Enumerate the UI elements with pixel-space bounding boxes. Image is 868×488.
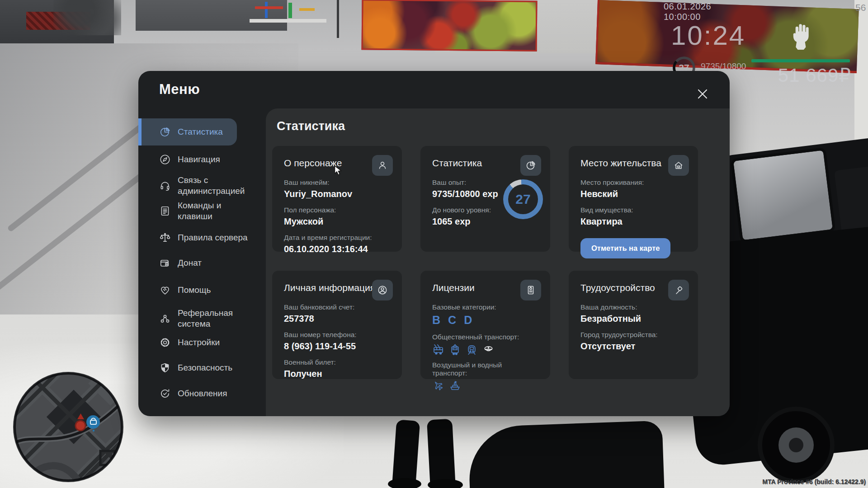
car-windshield — [730, 147, 835, 243]
field-value: Квартира — [580, 216, 686, 227]
field-label: Место проживания: — [580, 178, 686, 187]
card-employment: Трудоустройство Ваша должность: Безработ… — [569, 271, 698, 379]
compass-icon — [159, 154, 171, 165]
car-front — [467, 421, 665, 488]
person-icon — [377, 160, 388, 171]
sidebar-item-commands[interactable]: Команды и клавиши — [138, 200, 250, 222]
menu-title: Меню — [159, 81, 200, 98]
badge — [372, 155, 393, 176]
hud-green-bar — [751, 59, 850, 62]
gear-icon — [159, 337, 171, 348]
mark-on-map-button[interactable]: Отметить на карте — [580, 238, 670, 258]
sidebar-item-settings[interactable]: Настройки — [138, 336, 250, 349]
raised-fist-icon — [790, 21, 811, 52]
badge — [372, 280, 393, 300]
card-about-character: О персонаже Ваш никнейм: Yuriy_Romanov П… — [272, 146, 402, 252]
background-tree — [53, 0, 121, 35]
category-b: B — [432, 314, 440, 327]
headset-icon — [159, 180, 171, 192]
sidebar-item-statistics[interactable]: Статистика — [138, 118, 237, 145]
sidebar-item-label: Правила сервера — [178, 232, 249, 243]
commands-icon — [159, 205, 171, 217]
field-label: Ваш никнейм: — [284, 178, 390, 187]
sidebar-item-referral[interactable]: Реферальная система — [138, 307, 250, 330]
hud-fps: 56 — [855, 2, 866, 13]
sidebar-item-donate[interactable]: Донат — [138, 257, 250, 269]
sidebar-item-label: Связь с администрацией — [178, 175, 249, 197]
card-statistics: Статистика Ваш опыт: 9735/10800 exp До н… — [420, 146, 550, 252]
referral-icon — [159, 313, 171, 324]
sidebar-item-label: Донат — [178, 258, 249, 268]
background-pole — [337, 0, 339, 38]
field-label: Вид имущества: — [580, 206, 686, 214]
field-value: 8 (963) 119-14-55 — [284, 341, 390, 352]
server-watermark: MTA Province #6 (build: 6.12422.9) — [762, 478, 866, 485]
wallet-icon — [159, 257, 171, 269]
captain-cap-icon — [482, 343, 495, 356]
license-card-icon — [525, 285, 536, 296]
field-value: Мужской — [284, 216, 390, 227]
sidebar-item-label: Обновления — [178, 388, 249, 399]
sidebar-item-label: Статистика — [178, 127, 237, 137]
update-icon — [159, 388, 171, 399]
hud-money: 51 669₽ — [745, 64, 851, 86]
level-value: 27 — [503, 179, 543, 219]
sidebar-item-label: Навигация — [178, 154, 249, 165]
plane-icon — [432, 380, 444, 392]
sidebar-item-label: Реферальная система — [178, 308, 249, 329]
scales-icon — [159, 232, 171, 244]
hud-datetime: 06.01.2026 10:00:00 — [664, 1, 750, 22]
badge — [668, 280, 689, 300]
field-value: 06.10.2020 13:16:44 — [284, 244, 390, 254]
background-playground — [250, 0, 326, 23]
fruit-billboard-left — [362, 0, 538, 52]
field-value: Получен — [284, 369, 390, 379]
heart-hands-icon — [159, 284, 171, 296]
sidebar-item-label: Помощь — [178, 285, 249, 296]
categories-label: Базовые категории: — [432, 303, 538, 311]
hud-exp: 9735/10800 — [701, 61, 746, 71]
license-categories: B C D — [432, 314, 538, 327]
mouse-cursor — [334, 165, 343, 177]
hammer-icon — [673, 285, 684, 296]
sidebar-item-help[interactable]: Помощь — [138, 284, 250, 296]
field-label: Ваша должность: — [580, 303, 686, 311]
close-icon — [696, 87, 709, 101]
field-value: Yuriy_Romanov — [284, 189, 390, 199]
field-value: Безработный — [580, 314, 686, 324]
minimap — [12, 371, 125, 483]
close-button[interactable] — [693, 85, 712, 103]
field-value: Отсутствует — [580, 341, 686, 352]
public-transport-label: Общественный транспорт: — [432, 333, 538, 341]
car-rim — [778, 427, 814, 463]
sidebar-item-updates[interactable]: Обновления — [138, 387, 250, 400]
card-personal-info: Личная информация Ваш банковский счет: 2… — [272, 271, 402, 379]
public-transport-icons — [432, 343, 538, 356]
field-label: Город трудоустройства: — [580, 331, 686, 339]
character-shoe — [428, 479, 463, 488]
field-label: Ваш номер телефона: — [284, 331, 390, 339]
badge — [520, 280, 541, 300]
category-c: C — [448, 314, 456, 327]
field-label: Военный билет: — [284, 358, 390, 366]
level-progress-ring: 27 — [503, 179, 543, 219]
pie-chart-icon — [159, 126, 171, 138]
field-value: Невский — [580, 189, 686, 199]
air-water-icons — [432, 380, 538, 392]
badge — [520, 155, 541, 176]
sidebar-item-admin-contact[interactable]: Связь с администрацией — [138, 174, 250, 197]
sidebar-item-rules[interactable]: Правила сервера — [138, 231, 250, 244]
air-water-label: Воздушный и водный транспорт: — [432, 361, 538, 377]
train-icon — [466, 343, 478, 356]
pie-chart-icon — [525, 160, 536, 171]
sidebar-item-navigation[interactable]: Навигация — [138, 153, 250, 166]
trolleybus-icon — [432, 343, 444, 356]
card-residence: Место жительства Место проживания: Невск… — [569, 146, 698, 252]
tram-icon — [449, 343, 461, 356]
profile-circle-icon — [377, 285, 388, 296]
sidebar-item-label: Безопасность — [178, 362, 249, 373]
character-leg — [427, 419, 456, 488]
sidebar-item-security[interactable]: Безопасность — [138, 361, 250, 374]
field-label: Дата и время регистрации: — [284, 234, 390, 242]
category-d: D — [464, 314, 472, 327]
